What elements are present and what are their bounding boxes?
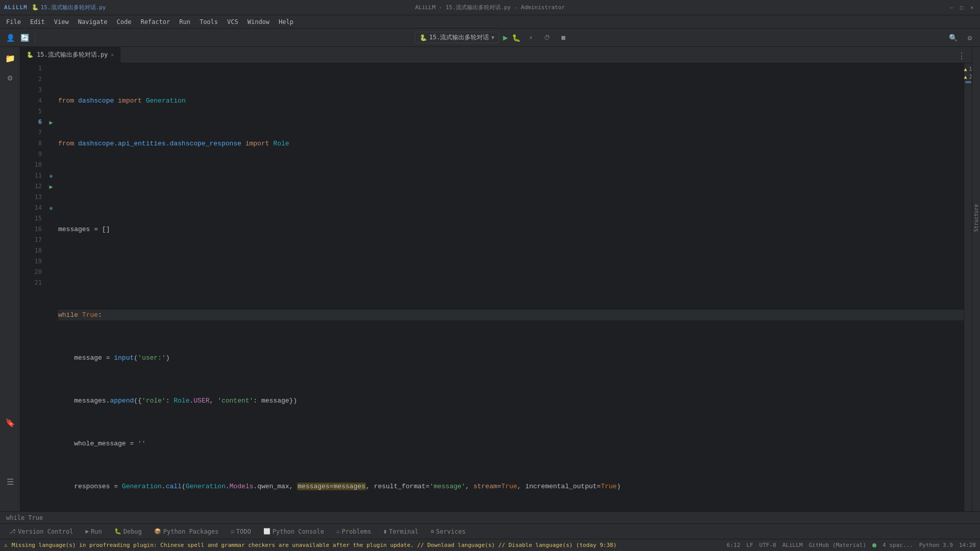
menu-run[interactable]: Run: [175, 17, 194, 27]
window-controls: — □ ✕: [947, 4, 976, 12]
tab-run-label: Run: [91, 528, 102, 535]
run-config-dropdown-icon: ▼: [492, 35, 495, 40]
menu-tools[interactable]: Tools: [195, 17, 222, 27]
console-icon: ⬜: [263, 528, 271, 535]
tab-terminal[interactable]: ▮ Terminal: [378, 526, 423, 537]
stop-btn[interactable]: ⏹: [557, 32, 570, 44]
menu-file[interactable]: File: [2, 17, 25, 27]
maximize-btn[interactable]: □: [958, 4, 966, 12]
bookmarks-icon[interactable]: 🔖: [1, 413, 19, 432]
tab-problems[interactable]: ⚠ Problems: [331, 526, 376, 537]
run-config-name: 15.流式输出多轮对话: [429, 33, 489, 42]
terminal-icon: ▮: [383, 528, 387, 535]
menu-refactor[interactable]: Refactor: [136, 17, 174, 27]
tab-main-file[interactable]: 🐍 15.流式输出多轮对话.py ×: [20, 47, 120, 63]
services-icon: ⚙: [431, 528, 434, 535]
language-indicator[interactable]: Python 3.9: [919, 542, 953, 548]
title-file-icon: 🐍: [32, 4, 39, 11]
right-scrollbar[interactable]: ▲1 ▲2: [964, 63, 972, 511]
menu-navigate[interactable]: Navigate: [74, 17, 112, 27]
tab-services-label: Services: [436, 528, 465, 535]
tab-terminal-label: Terminal: [389, 528, 419, 535]
version-control-icon: ⎇: [9, 528, 16, 535]
gutter-18: [46, 245, 56, 256]
app-logo: ALiLLM: [4, 4, 28, 11]
code-editor[interactable]: 1 2 3 4 5 6 7 8 9 10 11 12 13 14 15 16 1…: [20, 63, 972, 511]
project-icon[interactable]: 📁: [1, 49, 19, 67]
clock: 14:28: [959, 542, 976, 548]
run-config-selector[interactable]: 🐍 15.流式输出多轮对话 ▼: [415, 32, 499, 43]
tabs-container: 🐍 15.流式输出多轮对话.py ×: [20, 47, 120, 63]
gutter-9: [46, 149, 56, 160]
menu-code[interactable]: Code: [113, 17, 136, 27]
main-area: 📁 ⚙ 🔖 ☰ 🐍 15.流式输出多轮对话.py × ⋮ 1 2: [0, 47, 980, 511]
title-filename: 15.流式输出多轮对话.py: [41, 4, 106, 11]
tab-debug-label: Debug: [124, 528, 142, 535]
code-line-5: [58, 267, 964, 278]
left-sidebar: 📁 ⚙ 🔖 ☰: [0, 47, 20, 511]
debug-tab-icon: 🐛: [114, 528, 121, 535]
tab-version-control-label: Version Control: [18, 528, 73, 535]
settings-btn[interactable]: ⚙: [964, 32, 976, 44]
menu-edit[interactable]: Edit: [26, 17, 49, 27]
search-everywhere-btn[interactable]: 🔍: [947, 32, 960, 44]
tab-debug[interactable]: 🐛 Debug: [109, 526, 147, 537]
structure-icon[interactable]: ⚙: [1, 68, 19, 87]
structure-side-icon[interactable]: ☰: [1, 472, 19, 491]
gutter-7: [46, 128, 56, 138]
tabs-menu-btn[interactable]: ⋮: [955, 49, 968, 63]
tab-services[interactable]: ⚙ Services: [426, 526, 471, 537]
menu-help[interactable]: Help: [275, 17, 298, 27]
gutter-icon-14[interactable]: ◉: [46, 203, 56, 213]
toolbar-update-btn[interactable]: 🔄: [18, 32, 31, 44]
debug-button[interactable]: 🐛: [512, 34, 521, 42]
toolbar-git-btn[interactable]: 👤: [4, 32, 16, 44]
menu-vcs[interactable]: VCS: [223, 17, 242, 27]
code-line-9: whole_message = '': [58, 438, 964, 449]
gutter-run-12[interactable]: ▶: [46, 181, 56, 192]
title-bar: ALiLLM 🐍 15.流式输出多轮对话.py ALiLLM - 15.流式输出…: [0, 0, 980, 15]
menu-view[interactable]: View: [50, 17, 73, 27]
minimize-btn[interactable]: —: [947, 4, 955, 12]
run-button[interactable]: ▶: [503, 33, 508, 42]
gutter-16: [46, 224, 56, 235]
problems-icon: ⚠: [336, 528, 340, 535]
tab-close-btn[interactable]: ×: [111, 52, 114, 58]
current-scope-text: while True: [6, 514, 43, 521]
menu-bar: File Edit View Navigate Code Refactor Ru…: [0, 15, 980, 29]
structure-panel-label[interactable]: Structure: [972, 200, 980, 236]
coverage-btn[interactable]: ⚡: [525, 32, 537, 44]
cursor-position[interactable]: 6:12: [727, 542, 741, 548]
indent-indicator[interactable]: 4 spac...: [883, 542, 913, 548]
vcs-indicator[interactable]: GitHub (Material): [808, 542, 866, 548]
status-left: ⚠ Missing language(s) in proofreading pl…: [4, 542, 617, 548]
tab-problems-label: Problems: [342, 528, 372, 535]
line-ending[interactable]: LF: [746, 542, 753, 548]
todo-icon: ☑: [231, 528, 234, 535]
tab-python-packages[interactable]: 📦 Python Packages: [149, 526, 224, 537]
profile-btn[interactable]: ⏱: [541, 32, 553, 44]
tab-python-console[interactable]: ⬜ Python Console: [258, 526, 329, 537]
gutter-4: [46, 95, 56, 106]
file-charset[interactable]: UTF-8: [760, 542, 776, 548]
close-btn[interactable]: ✕: [968, 4, 976, 12]
tab-python-packages-label: Python Packages: [163, 528, 218, 535]
tab-todo[interactable]: ☑ TODO: [226, 526, 256, 537]
scrollbar-position[interactable]: [965, 81, 971, 83]
menu-window[interactable]: Window: [243, 17, 274, 27]
gutter-8: [46, 138, 56, 149]
code-content: from dashscope import Generation from da…: [56, 63, 964, 511]
tab-run[interactable]: ▶ Run: [80, 526, 107, 537]
packages-icon: 📦: [154, 528, 161, 535]
tab-version-control[interactable]: ⎇ Version Control: [4, 526, 78, 537]
gutter-19: [46, 256, 56, 267]
gutter-13: [46, 192, 56, 203]
toolbar-center: 🐍 15.流式输出多轮对话 ▼ ▶ 🐛 ⚡ ⏱ ⏹: [415, 32, 570, 44]
tab-todo-label: TODO: [236, 528, 251, 535]
gutter-20: [46, 267, 56, 278]
gutter-icon-11[interactable]: ◉: [46, 170, 56, 181]
gutter-run-6[interactable]: ▶: [46, 117, 56, 128]
status-warning-msg[interactable]: Missing language(s) in proofreading plug…: [12, 542, 617, 548]
toolbar-left: 👤 🔄: [4, 32, 37, 44]
plugin-name[interactable]: ALiLLM: [782, 542, 803, 548]
